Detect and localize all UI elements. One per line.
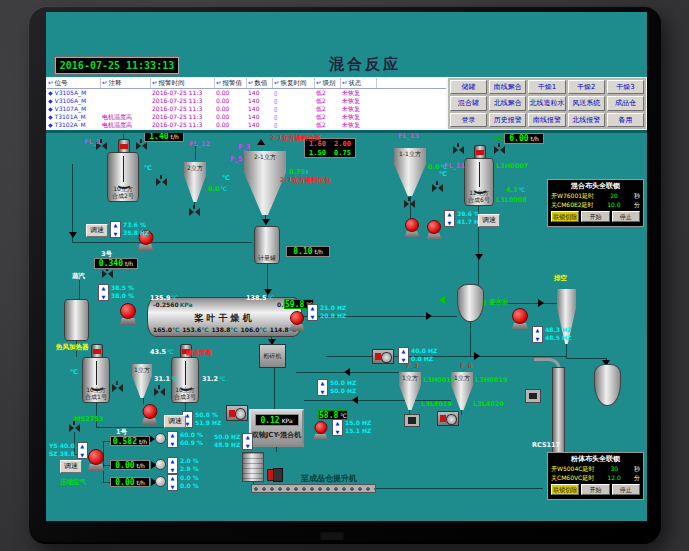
speed-button[interactable]: 调速	[164, 415, 186, 428]
speed-indicator: ▲▼73.6 %35.8 HZ	[110, 221, 149, 238]
tag-label: RCS117	[532, 441, 560, 449]
pipe	[566, 358, 606, 359]
flow-arrow	[475, 254, 483, 260]
panel-row: 关CM60E2延时10.0分	[551, 200, 640, 209]
alarm-row[interactable]: ◆ V3105A_M2016-07-25 11:30.00140▯低2未恢复	[47, 89, 446, 97]
nav-button[interactable]: 备用	[607, 113, 644, 127]
display-value: 0.340	[99, 259, 123, 268]
pump-impeller	[290, 311, 304, 325]
label: 热风加热器	[56, 343, 89, 352]
tank-body: 10立方 合成1号	[82, 357, 110, 403]
flow-display: 8.10t/h	[286, 246, 330, 257]
alarm-column-header[interactable]: ↵报警时间	[151, 78, 215, 88]
metering-tank: 计量罐	[254, 226, 280, 264]
nav-button[interactable]: 混合罐	[450, 96, 487, 110]
flow-arrow	[262, 219, 270, 225]
speed-button[interactable]: 调速	[60, 460, 82, 473]
power-button[interactable]	[320, 531, 344, 540]
nav-button[interactable]: 历史报警	[489, 113, 526, 127]
start-button[interactable]: 开始	[581, 484, 609, 495]
flow-transmitter	[155, 476, 166, 487]
tank-body: 12立方 合成6号	[464, 158, 494, 206]
valve-right	[118, 384, 123, 392]
pipe	[79, 280, 80, 300]
valve	[102, 270, 113, 278]
nav-button[interactable]: 北线聚合	[489, 96, 526, 110]
alarm-row[interactable]: ◆ T3102A_M电机温度高2016-07-25 11:30.00140▯低2…	[47, 121, 446, 128]
nav-button[interactable]: 储罐	[450, 80, 487, 94]
interlock-cut-button[interactable]: 联锁切除	[551, 211, 579, 222]
display-value: 6.00	[509, 134, 528, 143]
stop-button[interactable]: 停止	[612, 211, 640, 222]
alarm-column-header[interactable]: ↵位号	[47, 78, 101, 88]
speed-button[interactable]: 调速	[86, 224, 108, 237]
speed-button[interactable]: 调速	[478, 214, 500, 227]
flow-display: 6.00t/h	[504, 133, 544, 144]
alarm-column-header[interactable]: ↵数值	[247, 78, 273, 88]
nav-button[interactable]: 成品仓	[607, 96, 644, 110]
nav-button[interactable]: 北线造粒水	[528, 96, 565, 110]
nav-button[interactable]: 北线报警	[568, 113, 605, 127]
label: 排空	[554, 274, 567, 283]
indicator-values: 48.3 HZ48.5 HZ	[545, 326, 571, 342]
indicator-values: 40.0 HZ0.0 HZ	[411, 347, 437, 363]
reactor-tank-2: 10立方 合成2号	[107, 152, 139, 202]
valve	[136, 142, 147, 150]
alarm-column-header[interactable]: ↵状态	[341, 78, 377, 88]
alarm-row[interactable]: ◆ V3107A_M2016-07-25 11:30.00140▯低2未恢复	[47, 105, 446, 113]
start-button[interactable]: 开始	[581, 211, 609, 222]
valve	[432, 184, 443, 192]
tank-body: 10立方 合成2号	[107, 152, 139, 202]
valve-right	[102, 142, 107, 150]
panel-buttons: 联锁切除开始停止	[551, 484, 640, 495]
alarm-cell: 0.00	[215, 113, 247, 121]
hopper-1-1m3: 1-1立方	[394, 148, 426, 196]
alarm-cell: ▯	[273, 105, 315, 113]
reactor-tank-6: 12立方 合成6号	[464, 158, 494, 206]
updown-arrows-icon: ▲▼	[167, 474, 178, 491]
pump-impeller	[88, 449, 104, 465]
alarm-column-header[interactable]: ↵报警值	[215, 78, 247, 88]
speed-indicator: ▲▼60.0 %60.9 %	[167, 431, 203, 448]
updown-arrows-icon: ▲▼	[317, 379, 328, 396]
tag-label: L3L0008	[496, 196, 527, 204]
alarm-cell: 2016-07-25 11:3	[151, 113, 215, 121]
nav-button[interactable]: 干燥3	[607, 80, 644, 94]
speed-indicator: ▲▼0.0 %0.0 %	[167, 474, 199, 491]
hopper-1m3: 1立方	[132, 364, 152, 398]
speed-indicator: ▲▼38.5 %38.0 %	[98, 284, 134, 301]
mixer-pressure-display: 0.12KPa	[255, 414, 299, 426]
nav-button[interactable]: 登录	[450, 113, 487, 127]
crusher-label: 粉碎机	[260, 352, 285, 361]
steam-heater	[64, 299, 89, 341]
label: 蒸汽	[72, 272, 85, 281]
interlock-cut-button[interactable]: 联锁切除	[551, 484, 579, 495]
motor-dark	[273, 468, 283, 482]
updown-arrows-icon: ▲▼	[167, 431, 178, 448]
indicator-values: 73.6 %35.8 HZ	[123, 221, 149, 237]
speed-indicator: ▲▼2.0 %2.9 %	[167, 457, 199, 474]
nav-button[interactable]: 干燥2	[568, 80, 605, 94]
alarm-row[interactable]: ◆ T3101A_M电机温度高2016-07-25 11:30.00140▯低2…	[47, 113, 446, 121]
stop-button[interactable]: 停止	[612, 484, 640, 495]
hopper-label: 1-1立方	[394, 150, 426, 159]
speed-indicator: ▲▼48.3 HZ48.5 HZ	[532, 326, 571, 343]
panel-row: 开W5004C延时30秒	[551, 464, 640, 473]
alarm-column-header[interactable]: ↵恢复时间	[273, 78, 315, 88]
condensate-fan	[510, 308, 530, 330]
nav-button[interactable]: 南线聚合	[489, 80, 526, 94]
nav-button[interactable]: 风送系统	[568, 96, 605, 110]
nav-button[interactable]: 干燥1	[528, 80, 565, 94]
fan-motor	[226, 405, 248, 421]
alarm-column-header[interactable]: ↵级别	[315, 78, 341, 88]
alarm-row[interactable]: ◆ V3106A_M2016-07-25 11:30.00140▯低2未恢复	[47, 97, 446, 105]
alarm-cell: 140	[247, 97, 273, 105]
setpoint-value: 2.00	[334, 140, 351, 148]
indicator-values: 0.0 %0.0 %	[180, 474, 199, 490]
dryer-title: 桨叶干燥机	[148, 312, 301, 325]
alarm-column-header[interactable]: ↵注释	[101, 78, 151, 88]
unit-label: ℃	[439, 170, 447, 178]
nav-button[interactable]: 南线报警	[528, 113, 565, 127]
alarm-icon: ◆ V3107A_M	[48, 105, 86, 112]
alarm-cell: 0.00	[215, 105, 247, 113]
